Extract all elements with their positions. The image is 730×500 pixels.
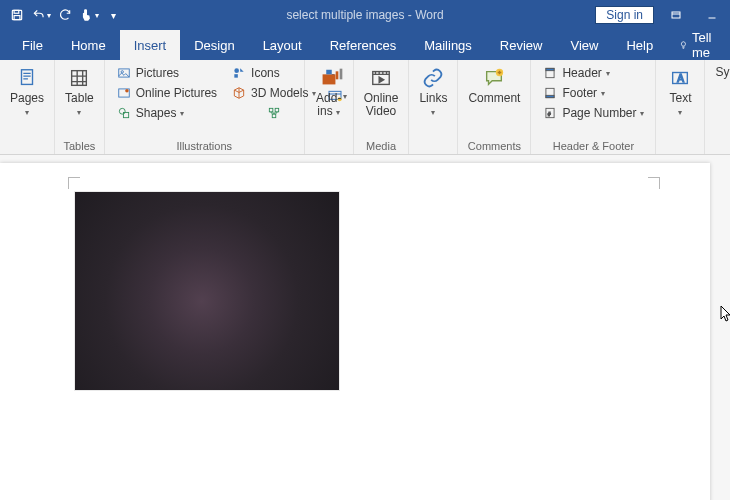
tab-references[interactable]: References [316, 30, 410, 60]
svg-rect-1 [14, 10, 19, 13]
pictures-button[interactable]: Pictures [112, 64, 221, 82]
online-video-button[interactable]: Online Video [358, 62, 405, 118]
pictures-icon [116, 65, 132, 81]
svg-rect-29 [546, 95, 554, 97]
footer-button[interactable]: Footer ▾ [538, 84, 648, 102]
save-button[interactable] [6, 4, 28, 26]
svg-rect-4 [22, 70, 33, 85]
pages-button[interactable]: Pages▾ [4, 62, 50, 119]
group-text: A Text▾ [656, 60, 705, 154]
inserted-image[interactable] [74, 191, 340, 391]
svg-rect-14 [269, 108, 273, 112]
ribbon-tabs: File Home Insert Design Layout Reference… [0, 30, 730, 60]
smartart-icon [266, 105, 282, 121]
textbox-icon: A [666, 66, 694, 90]
table-icon [65, 66, 93, 90]
page-icon [13, 66, 41, 90]
redo-button[interactable] [54, 4, 76, 26]
svg-rect-22 [322, 74, 335, 84]
tab-review[interactable]: Review [486, 30, 557, 60]
tab-home[interactable]: Home [57, 30, 120, 60]
header-icon [542, 65, 558, 81]
svg-text:A: A [678, 73, 685, 84]
quick-access-toolbar: ▾ ▾ ▾ [0, 4, 124, 26]
tab-view[interactable]: View [556, 30, 612, 60]
page-number-icon: # [542, 105, 558, 121]
document-title: select multiple images - Word [286, 8, 443, 22]
svg-rect-2 [14, 16, 20, 20]
svg-point-12 [234, 68, 239, 73]
group-illustrations: Pictures Online Pictures Shapes ▾ Icons [105, 60, 305, 154]
svg-text:#: # [548, 111, 551, 117]
group-addins: Add- ins ▾ [305, 60, 354, 154]
table-button[interactable]: Table▾ [59, 62, 100, 119]
icons-icon [231, 65, 247, 81]
group-header-footer: Header ▾ Footer ▾ # Page Number ▾ Header… [531, 60, 656, 154]
comment-button[interactable]: Comment [462, 62, 526, 105]
margin-corner-tr [648, 177, 660, 189]
shapes-icon [116, 105, 132, 121]
svg-rect-16 [272, 114, 276, 118]
touch-mode-button[interactable]: ▾ [78, 4, 100, 26]
text-button[interactable]: A Text▾ [660, 62, 700, 119]
svg-rect-13 [234, 74, 238, 78]
video-icon [367, 66, 395, 90]
header-button[interactable]: Header ▾ [538, 64, 648, 82]
cube-icon [231, 85, 247, 101]
customize-qat-button[interactable]: ▾ [102, 4, 124, 26]
shapes-button[interactable]: Shapes ▾ [112, 104, 221, 122]
svg-rect-15 [275, 108, 279, 112]
document-area[interactable] [0, 155, 730, 500]
tab-mailings[interactable]: Mailings [410, 30, 486, 60]
online-pictures-icon [116, 85, 132, 101]
tab-help[interactable]: Help [612, 30, 667, 60]
tab-insert[interactable]: Insert [120, 30, 181, 60]
page[interactable] [0, 163, 710, 500]
ribbon-display-options-button[interactable] [662, 1, 690, 29]
undo-button[interactable]: ▾ [30, 4, 52, 26]
svg-point-9 [125, 89, 129, 93]
addins-button[interactable]: Add- ins ▾ [309, 62, 349, 119]
lightbulb-icon [679, 38, 688, 52]
links-button[interactable]: Links▾ [413, 62, 453, 119]
margin-corner-tl [68, 177, 80, 189]
addins-icon [315, 66, 343, 90]
group-links: Links▾ [409, 60, 458, 154]
online-pictures-button[interactable]: Online Pictures [112, 84, 221, 102]
group-tables: Table▾ Tables [55, 60, 105, 154]
svg-point-10 [119, 108, 125, 114]
minimize-button[interactable] [698, 1, 726, 29]
svg-rect-3 [672, 12, 680, 18]
group-symbols: Sy [705, 60, 730, 154]
svg-rect-27 [546, 68, 554, 70]
sign-in-button[interactable]: Sign in [595, 6, 654, 24]
tab-layout[interactable]: Layout [249, 30, 316, 60]
tab-file[interactable]: File [8, 30, 57, 60]
group-comments: Comment Comments [458, 60, 531, 154]
footer-icon [542, 85, 558, 101]
comment-icon [480, 66, 508, 90]
symbols-button[interactable]: Sy [709, 62, 729, 79]
mouse-cursor-icon [720, 305, 730, 323]
tab-design[interactable]: Design [180, 30, 248, 60]
svg-rect-23 [326, 70, 332, 75]
page-number-button[interactable]: # Page Number ▾ [538, 104, 648, 122]
link-icon [419, 66, 447, 90]
title-bar: ▾ ▾ ▾ select multiple images - Word Sign… [0, 0, 730, 30]
svg-rect-5 [72, 71, 87, 86]
group-pages: Pages▾ [0, 60, 55, 154]
tell-me-search[interactable]: Tell me [667, 30, 730, 60]
ribbon: Pages▾ Table▾ Tables Pictures Online Pic… [0, 60, 730, 155]
group-media: Online Video Media [354, 60, 410, 154]
